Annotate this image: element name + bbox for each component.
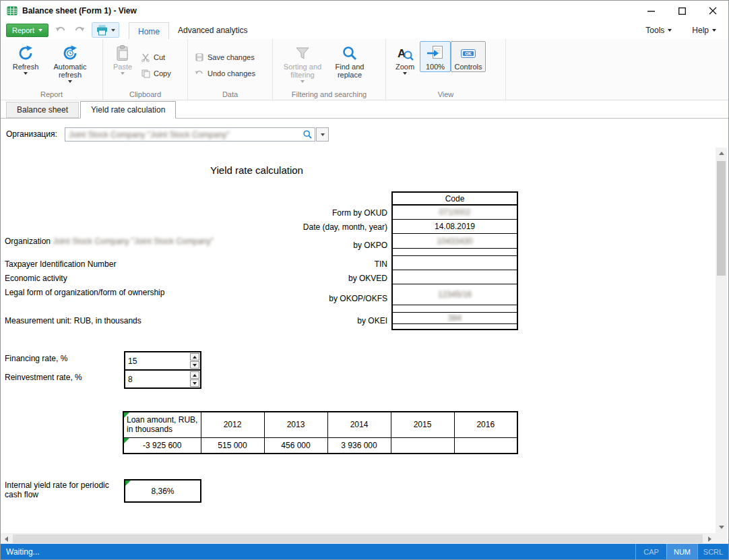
scroll-right-button[interactable] <box>704 533 716 545</box>
label-tin: TIN <box>375 259 387 269</box>
refresh-button[interactable]: Refresh <box>5 41 46 76</box>
tab-yield-rate-calculation-label: Yield rate calculation <box>91 105 165 115</box>
reinvestment-rate-spin-buttons <box>189 371 200 387</box>
help-menu-label: Help <box>692 26 709 35</box>
organization-dropdown-button[interactable] <box>316 127 329 142</box>
help-menu[interactable]: Help <box>692 26 716 35</box>
scroll-down-button[interactable] <box>716 522 727 533</box>
zoom-button[interactable]: A Zoom <box>390 41 420 76</box>
spin-up-button[interactable] <box>190 371 199 379</box>
find-replace-button[interactable]: Find and replace <box>328 41 371 80</box>
app-window: Balance sheet (Form 1) - View Report Hom… <box>0 0 729 560</box>
print-button[interactable] <box>92 22 119 38</box>
vertical-scrollbar[interactable] <box>716 148 727 533</box>
close-button[interactable] <box>697 1 728 21</box>
sorting-filtering-button: Sorting and filtering <box>277 41 328 84</box>
copy-button: Copy <box>138 68 174 79</box>
organization-label: Organization <box>5 237 51 246</box>
taxpayer-id-label: Taxpayer Identification Number <box>5 259 116 269</box>
year-2013-header: 2013 <box>264 412 327 437</box>
report-title: Yield rate calculation <box>41 164 472 176</box>
chevron-down-icon <box>111 29 115 32</box>
document-tabs: Balance sheet Yield rate calculation <box>1 101 728 119</box>
sorting-filtering-label: Sorting and filtering <box>280 63 325 79</box>
spin-down-button[interactable] <box>190 379 199 387</box>
ribbon-tabs: Home Advanced analytics <box>129 21 256 39</box>
group-label-report: Report <box>1 90 102 98</box>
value-2015-cell[interactable] <box>391 437 454 454</box>
scroll-up-button[interactable] <box>716 148 727 159</box>
paste-button: Paste <box>107 41 138 76</box>
cut-label: Cut <box>154 53 165 61</box>
ribbon-group-view: A Zoom 100% OK Controls View <box>386 39 506 100</box>
tools-menu[interactable]: Tools <box>645 26 672 35</box>
report-menu-button[interactable]: Report <box>6 24 49 37</box>
zoom-100-button[interactable]: 100% <box>420 41 451 72</box>
organization-combobox[interactable]: Joint Stock Company "Joint Stock Company… <box>65 127 315 142</box>
save-icon <box>195 53 204 62</box>
code-cell-tin <box>393 256 517 270</box>
automatic-refresh-button[interactable]: Automatic refresh <box>46 41 94 84</box>
reinvestment-rate-label: Reinvestment rate, % <box>5 373 82 382</box>
code-cell-okopf-okfs: 12345/16 <box>393 284 517 313</box>
value-2014-cell[interactable]: 3 936 000 <box>327 437 391 454</box>
organization-row: Organization Joint Stock Company "Joint … <box>5 237 214 246</box>
tab-home[interactable]: Home <box>129 22 169 40</box>
code-table: 0710002 14.08.2019 10433430 12345/16 384 <box>391 206 518 330</box>
tab-advanced-analytics[interactable]: Advanced analytics <box>169 22 256 39</box>
vertical-scroll-thumb[interactable] <box>717 161 726 276</box>
year-2014-header: 2014 <box>327 412 391 437</box>
irr-value-cell[interactable]: 8,36% <box>124 479 201 503</box>
undo-icon <box>55 25 67 35</box>
loan-amount-header-cell: Loan amount, RUB, in thousands <box>123 412 201 437</box>
value-2012-cell[interactable]: 515 000 <box>201 437 264 454</box>
chevron-down-icon <box>68 80 72 83</box>
tab-yield-rate-calculation[interactable]: Yield rate calculation <box>80 101 176 119</box>
chevron-down-icon <box>403 72 407 75</box>
spin-up-button[interactable] <box>190 353 199 361</box>
spin-down-button[interactable] <box>190 361 199 369</box>
search-icon <box>341 44 358 63</box>
num-lock-indicator: NUM <box>666 544 697 559</box>
loan-table-header-row: Loan amount, RUB, in thousands 2012 2013… <box>123 412 517 437</box>
controls-icon: OK <box>459 44 477 63</box>
irr-value: 8,36% <box>151 487 174 496</box>
chevron-down-icon <box>712 29 716 32</box>
loan-amount-cell[interactable]: -3 925 600 <box>123 437 201 454</box>
controls-button[interactable]: OK Controls <box>451 41 486 72</box>
value-2013-cell[interactable]: 456 000 <box>264 437 327 454</box>
horizontal-scrollbar[interactable] <box>1 533 716 545</box>
horizontal-scroll-thumb[interactable] <box>13 534 703 543</box>
filter-funnel-icon <box>294 44 311 63</box>
copy-icon <box>141 69 150 78</box>
automatic-refresh-label: Automatic refresh <box>50 63 90 79</box>
refresh-label: Refresh <box>13 63 39 71</box>
cell-marker-icon <box>125 480 131 486</box>
zoom-icon: A <box>396 44 414 63</box>
window-controls <box>635 1 728 21</box>
scroll-left-button[interactable] <box>1 533 12 545</box>
cell-marker-icon <box>124 412 129 418</box>
search-icon[interactable] <box>303 129 313 142</box>
copy-label: Copy <box>154 69 171 77</box>
paste-label: Paste <box>113 63 132 71</box>
maximize-button[interactable] <box>666 1 697 21</box>
paste-icon <box>114 44 131 63</box>
chevron-down-icon <box>121 72 125 75</box>
economic-activity-label: Economic activity <box>5 274 67 283</box>
zoom-100-icon <box>426 44 444 63</box>
svg-text:OK: OK <box>465 51 472 56</box>
reinvestment-rate-input[interactable] <box>125 371 189 387</box>
organization-value: Joint Stock Company "Joint Stock Company… <box>69 130 230 139</box>
organization-name-redacted: Joint Stock Company "Joint Stock Company… <box>53 237 214 246</box>
loan-amount-header-label: Loan amount, RUB, in thousands <box>127 415 197 434</box>
okopf-okfs-value: 12345/16 <box>438 290 472 299</box>
titlebar: Balance sheet (Form 1) - View <box>1 1 728 21</box>
financing-rate-spinner <box>124 351 201 371</box>
statusbar: Waiting... CAP NUM SCRL <box>1 544 728 559</box>
value-2016-cell[interactable] <box>454 437 517 454</box>
tab-balance-sheet[interactable]: Balance sheet <box>6 102 79 118</box>
minimize-button[interactable] <box>635 1 666 21</box>
report-menu-label: Report <box>12 26 34 34</box>
financing-rate-input[interactable] <box>125 352 189 369</box>
